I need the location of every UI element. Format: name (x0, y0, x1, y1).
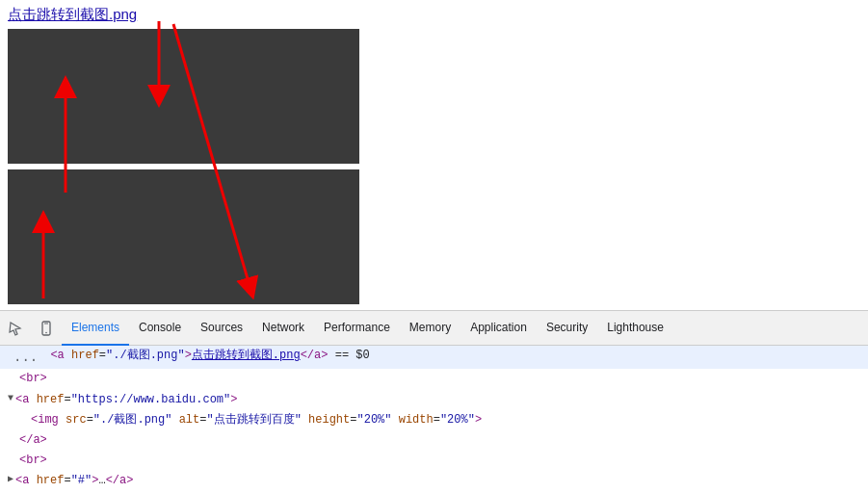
expand-triangle[interactable]: ▼ (8, 391, 13, 406)
code-line-2: <br> (0, 369, 868, 389)
devtools-panel: Elements Console Sources Network Perform… (0, 310, 868, 493)
browser-page: 点击跳转到截图.png (0, 0, 868, 310)
inspect-element-button[interactable] (0, 311, 31, 346)
tab-network[interactable]: Network (252, 311, 314, 346)
tab-security[interactable]: Security (537, 311, 597, 346)
devtools-toolbar: Elements Console Sources Network Perform… (0, 311, 868, 346)
dots: ... (8, 347, 43, 368)
tab-performance[interactable]: Performance (314, 311, 400, 346)
code-line-3[interactable]: ▼ <a href="https://www.baidu.com"> (0, 390, 868, 410)
devtools-content: ... <a href="./截图.png">点击跳转到截图.png</a> =… (0, 346, 868, 493)
dark-image-1 (8, 29, 359, 164)
dark-image-2 (8, 169, 359, 304)
code-line-4: <img src="./截图.png" alt="点击跳转到百度" height… (0, 410, 868, 430)
tab-console[interactable]: Console (129, 311, 191, 346)
code-line-5: </a> (0, 430, 868, 451)
page-link[interactable]: 点击跳转到截图.png (8, 6, 137, 24)
code-line-7[interactable]: ▶ <a href="#">…</a> (0, 471, 868, 491)
br-tag: <br> (19, 370, 47, 388)
tab-memory[interactable]: Memory (400, 311, 460, 346)
collapse-triangle[interactable]: ▶ (8, 472, 13, 487)
tab-lighthouse[interactable]: Lighthouse (597, 311, 673, 346)
code-tag: <a href="./截图.png">点击跳转到截图.png</a> == $0 (43, 347, 369, 365)
tab-application[interactable]: Application (460, 311, 537, 346)
code-line-6: <br> (0, 451, 868, 471)
tab-sources[interactable]: Sources (191, 311, 252, 346)
devtools-tabs: Elements Console Sources Network Perform… (62, 311, 868, 345)
tab-elements[interactable]: Elements (62, 311, 129, 346)
code-line-1[interactable]: ... <a href="./截图.png">点击跳转到截图.png</a> =… (0, 346, 868, 369)
device-toolbar-button[interactable] (31, 311, 62, 346)
svg-point-5 (45, 332, 47, 334)
